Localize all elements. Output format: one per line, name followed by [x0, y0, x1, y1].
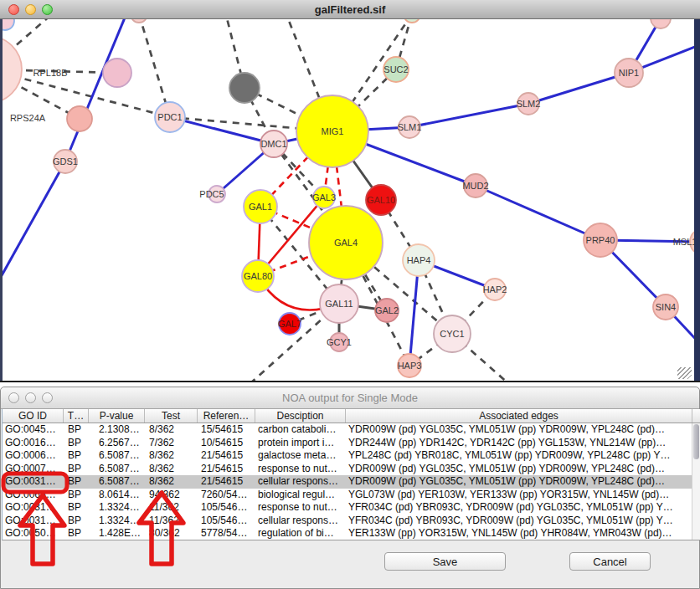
results-table: GO IDT…P-valueTestReferen…DesciptionAsso… — [2, 409, 700, 540]
table-row[interactable]: GO:0065…BP8.0614…94/3627260/54…biologica… — [3, 489, 692, 502]
noa-output-window: NOA output for Single Mode GO IDT…P-valu… — [0, 387, 700, 589]
table-row[interactable]: GO:0016…BP6.2567…7/36210/54615protein im… — [3, 437, 692, 450]
network-edge — [528, 73, 629, 104]
network-edge — [409, 104, 528, 127]
node-label: RPL18B — [33, 68, 68, 78]
node-label: HAP3 — [398, 361, 422, 371]
noa-window-title: NOA output for Single Mode — [1, 392, 699, 404]
network-edge — [0, 161, 65, 284]
table-cell: BP — [64, 527, 89, 540]
table-cell: YFR034C (pd) YBR093C, YDR009W (pd) YGL03… — [346, 501, 692, 515]
network-node[interactable] — [229, 73, 260, 103]
network-node[interactable] — [103, 59, 131, 87]
table-cell: galactose meta… — [255, 449, 346, 463]
noa-window-titlebar[interactable]: NOA output for Single Mode — [1, 387, 699, 409]
table-cell: 6.5087… — [89, 449, 145, 463]
network-canvas[interactable]: GDS1PDC1MIG1SUC2SLM1SLM2NIP1DMC1PDC5MUD2… — [0, 19, 700, 381]
column-header-t[interactable]: T… — [64, 409, 89, 423]
window-left-border — [0, 19, 3, 381]
table-cell: BP — [64, 423, 89, 437]
cancel-button[interactable]: Cancel — [569, 552, 651, 571]
column-header-pvalue[interactable]: P-value — [89, 409, 145, 423]
table-cell: GO:0050… — [3, 527, 64, 540]
table-cell: 6.5087… — [89, 463, 145, 476]
zoom-button[interactable] — [42, 4, 53, 15]
window-right-border — [694, 19, 700, 381]
column-header-associatededges[interactable]: Associated edges — [346, 409, 692, 423]
node-label: GDS1 — [53, 156, 78, 166]
node-label: DMC1 — [260, 139, 286, 149]
table-cell: GO:0007… — [3, 463, 64, 476]
network-node[interactable] — [651, 19, 671, 28]
column-header-referen[interactable]: Referen… — [198, 409, 255, 423]
node-label: GAL1 — [249, 202, 272, 212]
node-label: SIN4 — [656, 302, 676, 312]
table-cell: 11/362 — [145, 501, 198, 515]
table-cell: GO:0031… — [3, 501, 64, 515]
table-row[interactable]: GO:0031…BP1.3324…11/362105/546…cellular … — [3, 515, 692, 528]
network-node[interactable] — [131, 19, 147, 23]
table-cell: protein import i… — [255, 437, 346, 450]
table-cell: 1.3324… — [89, 515, 145, 528]
network-window-titlebar[interactable]: galFiltered.sif — [0, 0, 700, 19]
table-row[interactable]: GO:0050…BP1.428E…80/3625778/54…regulatio… — [3, 527, 692, 540]
table-cell: carbon cataboli… — [255, 423, 346, 437]
node-label: GAL2 — [375, 305, 399, 315]
node-label: GAL7 — [278, 319, 301, 329]
table-cell: 8/362 — [145, 423, 198, 437]
table-row[interactable]: GO:0031…BP6.5087…8/36221/54615cellular r… — [3, 475, 692, 489]
node-label: SLM1 — [398, 122, 422, 132]
table-cell: 7/362 — [145, 437, 198, 450]
node-label: MUD2 — [462, 181, 488, 191]
node-label: HAP2 — [483, 284, 507, 294]
button-bar: Save Cancel — [1, 541, 699, 588]
table-cell: BP — [64, 501, 89, 515]
table-cell: 21/54615 — [198, 449, 255, 463]
table-cell: YGL073W (pd) YER103W, YER133W (pp) YOR31… — [346, 489, 692, 502]
network-node[interactable] — [0, 36, 22, 103]
node-label: PDC5 — [199, 189, 224, 199]
minimize-button[interactable] — [25, 4, 36, 15]
close-button[interactable] — [8, 4, 19, 15]
table-cell: YFR034C (pd) YBR093C, YDR009W (pd) YGL03… — [346, 515, 692, 528]
table-cell: YER133W (pp) YOR315W, YNL145W (pd) YHR08… — [346, 527, 692, 540]
network-node[interactable] — [404, 19, 420, 23]
table-cell: YDR244W (pp) YDR142C, YDR142C (pp) YGL15… — [346, 437, 692, 450]
resize-grip[interactable] — [677, 367, 692, 379]
table-cell: cellular respons… — [255, 475, 346, 489]
table-cell: 8.0614… — [89, 489, 145, 502]
table-row[interactable]: GO:0045…BP2.1308…8/36215/54615carbon cat… — [3, 423, 692, 437]
table-row[interactable]: GO:0031…BP1.3324…11/362105/546…response … — [3, 501, 692, 515]
table-body: GO:0045…BP2.1308…8/36215/54615carbon cat… — [3, 423, 700, 540]
table-cell: 1.428E… — [89, 527, 145, 540]
table-row[interactable]: GO:0007…BP6.5087…8/36221/54615response t… — [3, 463, 692, 476]
table-cell: 6.5087… — [89, 475, 145, 489]
node-label: SUC2 — [383, 64, 408, 74]
node-label: CYC1 — [440, 329, 464, 339]
column-header-test[interactable]: Test — [145, 409, 198, 423]
table-row[interactable]: GO:0006…BP6.5087…8/36221/54615galactose … — [3, 449, 692, 463]
column-header-desciption[interactable]: Desciption — [255, 409, 346, 423]
scrollbar-thumb[interactable] — [693, 424, 699, 459]
table-cell: 21/54615 — [198, 475, 255, 489]
table-cell: response to nut… — [255, 463, 346, 476]
table-cell: BP — [64, 449, 89, 463]
table-cell: YPL248C (pd) YBR018C, YML051W (pp) YDR00… — [346, 449, 692, 463]
table-cell: GO:0006… — [3, 449, 64, 463]
column-header-goid[interactable]: GO ID — [3, 409, 64, 423]
table-cell: BP — [64, 437, 89, 450]
save-button[interactable]: Save — [384, 552, 506, 571]
node-label: GAL80 — [244, 271, 272, 281]
table-cell: 15/54615 — [198, 423, 255, 437]
table-cell: GO:0031… — [3, 475, 64, 489]
table-header: GO IDT…P-valueTestReferen…DesciptionAsso… — [3, 409, 700, 423]
vertical-scrollbar[interactable] — [692, 423, 700, 540]
table-cell: 8/362 — [145, 463, 198, 476]
table-cell: 11/362 — [145, 515, 198, 528]
table-cell: regulation of bi… — [255, 527, 346, 540]
network-window: galFiltered.sif GDS1PDC1MIG1SUC2SLM1SLM2… — [0, 0, 700, 382]
table-cell: biological regul… — [255, 489, 346, 502]
network-node[interactable] — [67, 106, 92, 131]
table-cell: GO:0065… — [3, 489, 64, 502]
table-cell: YDR009W (pd) YGL035C, YML051W (pp) YDR00… — [346, 475, 692, 489]
